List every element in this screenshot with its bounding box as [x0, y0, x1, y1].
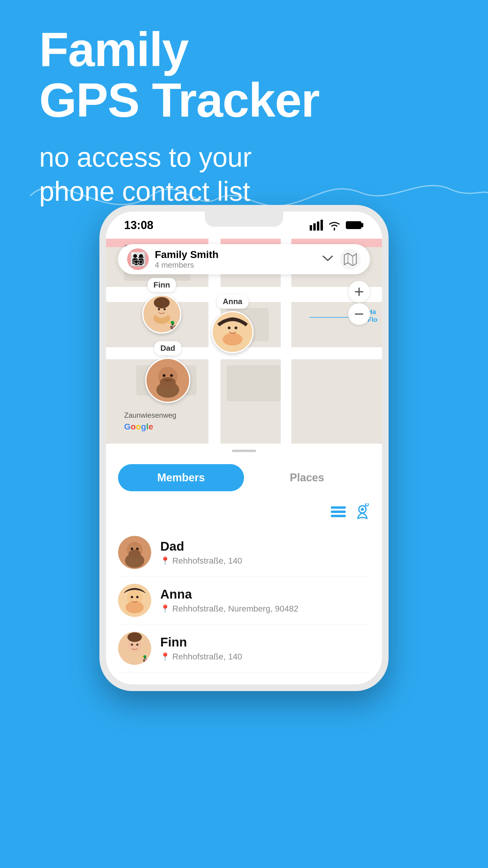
svg-rect-29	[331, 506, 346, 509]
svg-point-26	[163, 374, 165, 377]
status-time: 13:08	[124, 219, 153, 232]
hero-subtitle-line1: no access to your	[39, 141, 319, 175]
map-block	[227, 365, 281, 401]
member-info-anna: Anna 📍 Rehhofstraße, Nuremberg, 90482	[160, 587, 370, 614]
svg-marker-6	[344, 253, 356, 266]
map-section: S-Bahn 👨‍👩‍👧‍👦 Family Smith 4 members	[106, 239, 382, 444]
svg-rect-30	[331, 510, 346, 513]
status-icons	[310, 220, 364, 230]
svg-point-33	[361, 508, 364, 511]
status-bar: 13:08	[106, 212, 382, 239]
family-members-count: 4 members	[155, 260, 322, 270]
finn-photo: 🦆	[142, 294, 181, 334]
map-marker-anna[interactable]: Anna	[212, 294, 254, 353]
svg-point-15	[158, 308, 160, 310]
family-name: Family Smith	[155, 249, 322, 260]
svg-rect-4	[346, 221, 361, 229]
location-settings-icon[interactable]	[355, 503, 370, 523]
member-info-dad: Dad 📍 Rehhofstraße, 140	[160, 539, 370, 566]
family-header-bar[interactable]: 👨‍👩‍👧‍👦 Family Smith 4 members	[118, 244, 370, 274]
hero-title-line1: Family	[39, 24, 319, 75]
list-header	[118, 500, 370, 529]
svg-point-39	[131, 548, 133, 550]
map-street-label: Zaunwiesenweg	[124, 411, 176, 420]
wifi-icon	[328, 220, 341, 230]
list-view-icon[interactable]	[331, 506, 346, 521]
phone-mockup: 13:08	[99, 205, 389, 691]
member-avatar-anna	[118, 584, 151, 617]
drag-handle	[232, 450, 256, 452]
svg-point-28	[160, 377, 175, 388]
svg-point-45	[131, 596, 133, 598]
svg-rect-31	[331, 515, 346, 517]
member-avatar-finn: 🦆	[118, 632, 151, 665]
zoom-controls	[348, 281, 370, 325]
hero-title-line2: GPS Tracker	[39, 75, 319, 125]
dad-photo	[145, 358, 190, 403]
finn-label: Finn	[148, 278, 176, 292]
member-row-anna[interactable]: Anna 📍 Rehhofstraße, Nuremberg, 90482	[118, 577, 370, 624]
family-avatar: 👨‍👩‍👧‍👦	[127, 248, 149, 270]
svg-rect-0	[310, 225, 312, 230]
member-location-finn: 📍 Rehhofstraße, 140	[160, 652, 370, 661]
google-logo: Google	[124, 422, 153, 432]
member-row-dad[interactable]: Dad 📍 Rehhofstraße, 140	[118, 529, 370, 577]
zoom-out-button[interactable]	[348, 303, 370, 325]
svg-point-17	[154, 297, 170, 309]
svg-point-22	[235, 327, 237, 329]
tab-places[interactable]: Places	[244, 464, 370, 491]
member-row-finn[interactable]: 🦆 Finn 📍 Rehhofstraße, 140	[118, 624, 370, 673]
map-toggle-icon[interactable]	[340, 249, 361, 270]
svg-point-46	[136, 596, 138, 598]
svg-rect-1	[313, 223, 316, 230]
svg-point-49	[131, 644, 133, 646]
duck-emoji: 🦆	[167, 320, 180, 333]
svg-point-41	[129, 550, 141, 558]
hero-subtitle-line2: phone contact list	[39, 175, 319, 209]
member-location-anna: 📍 Rehhofstraße, Nuremberg, 90482	[160, 604, 370, 614]
svg-point-50	[136, 644, 138, 646]
member-avatar-dad	[118, 536, 151, 569]
svg-point-27	[170, 374, 173, 377]
phone-notch	[205, 212, 283, 227]
svg-point-35	[365, 503, 368, 506]
family-info: Family Smith 4 members	[155, 249, 322, 270]
svg-rect-3	[321, 220, 323, 230]
duck-badge: 🦆	[141, 655, 151, 665]
members-section: Dad 📍 Rehhofstraße, 140	[106, 497, 382, 684]
member-info-finn: Finn 📍 Rehhofstraße, 140	[160, 635, 370, 661]
location-pin-icon: 📍	[160, 652, 170, 661]
signal-icon	[310, 220, 323, 230]
battery-icon	[346, 220, 364, 230]
location-pin-icon: 📍	[160, 556, 170, 566]
anna-label: Anna	[217, 294, 249, 309]
member-location-dad: 📍 Rehhofstraße, 140	[160, 556, 370, 566]
member-name-finn: Finn	[160, 635, 370, 650]
svg-rect-5	[361, 223, 363, 227]
dad-label: Dad	[154, 341, 181, 355]
svg-rect-2	[317, 221, 319, 230]
anna-photo	[212, 311, 254, 353]
svg-point-21	[228, 327, 230, 329]
member-name-anna: Anna	[160, 587, 370, 601]
svg-point-40	[136, 548, 138, 550]
map-marker-finn[interactable]: Finn 🦆	[142, 278, 181, 334]
zoom-in-button[interactable]	[348, 281, 370, 303]
tab-members[interactable]: Members	[118, 464, 244, 491]
svg-point-16	[164, 308, 166, 310]
svg-point-51	[127, 632, 142, 642]
map-marker-dad[interactable]: Dad	[145, 341, 190, 403]
location-pin-icon: 📍	[160, 604, 170, 614]
member-name-dad: Dad	[160, 539, 370, 554]
hero-section: Family GPS Tracker no access to your pho…	[39, 24, 319, 208]
bottom-tabs: Members Places	[106, 458, 382, 497]
svg-point-44	[126, 601, 144, 613]
svg-point-20	[223, 333, 242, 345]
chevron-down-icon[interactable]	[322, 254, 334, 265]
